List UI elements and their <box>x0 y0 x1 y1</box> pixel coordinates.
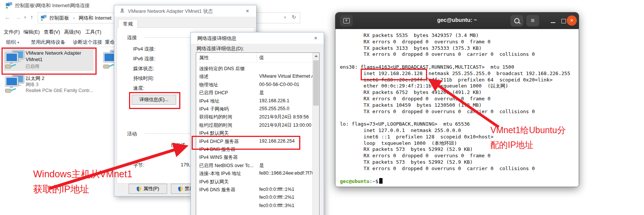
menu-button[interactable]: ≡ <box>526 15 539 26</box>
forward-arrow-icon[interactable]: → <box>15 14 21 21</box>
nav-history-chevron-icon[interactable]: ∨ <box>24 15 26 19</box>
explorer-title: 控制面板\网络和 Internet\网络连接 <box>15 2 90 9</box>
terminal-titlebar[interactable]: + gec@ubuntu: ~ ≡ × <box>335 12 579 29</box>
details-row-value: VMware Virtual Ethernet Adapter for <box>259 74 312 79</box>
terminal-line: RX errors 0 dropped 0 overruns 0 frame 0 <box>340 153 570 159</box>
details-row[interactable]: IPv4 默认网关 <box>196 130 309 138</box>
details-dialog-title: 网络连接详细信息 <box>197 35 237 42</box>
status-dialog-titlebar[interactable]: VMware Network Adapter VMnet1 状态 × <box>114 5 256 17</box>
terminal-line: ether 00:0c:29:4f:21:1b txqueuelen 1000 … <box>340 83 570 89</box>
details-list: 属性 值 连接特定的 DNS 后缀描述VMware Virtual Ethern… <box>196 52 320 215</box>
details-row-property: 租约过期的时间 <box>199 122 257 129</box>
details-row[interactable]: 物理地址00-50-56-C0-00-01 <box>196 82 309 90</box>
details-row[interactable]: fec0:0:0:ffff::2%1 <box>196 195 309 203</box>
details-row[interactable]: IPv4 DNS 服务器 <box>196 146 309 154</box>
adapter-vmnet1-name-line2[interactable]: VMnet1 <box>26 57 43 62</box>
annotation-left-line1: Windows主机从VMnet1 <box>33 168 132 180</box>
terminal-line: ens38: flags=4163<UP,BROADCAST,RUNNING,M… <box>340 64 570 71</box>
menu-edit[interactable]: 编辑(E) <box>23 29 40 35</box>
details-row[interactable]: IPv6 默认网关 <box>196 179 309 187</box>
column-property[interactable]: 属性 <box>199 55 209 61</box>
terminal-line: RX errors 0 dropped 0 overruns 0 frame 0 <box>340 39 570 45</box>
terminal-line: TX errors 0 dropped 0 overruns 0 carrier… <box>340 166 570 172</box>
refresh-icon[interactable]: ↻ <box>292 14 296 20</box>
status-dialog-close-icon[interactable]: × <box>242 6 253 16</box>
details-row[interactable]: 连接-本地 IPv6 地址fe80::1966:24ee:ebdf:7f76%6 <box>196 170 309 178</box>
scrollbar-thumb[interactable] <box>313 60 319 106</box>
details-vertical-scrollbar[interactable] <box>312 53 319 215</box>
field-duration: 持续时间: <box>133 75 154 82</box>
menu-view[interactable]: 查看(V) <box>44 29 60 35</box>
details-list-header: 属性 值 <box>196 53 313 63</box>
scroll-up-icon[interactable] <box>315 55 318 57</box>
up-arrow-icon[interactable]: ↑ <box>30 14 33 21</box>
adapter-item-vmnet1[interactable] <box>5 49 26 69</box>
details-row-value: 2021年9月24日 8:59:56 <box>259 114 312 120</box>
menu-advanced[interactable]: 高级(N) <box>64 29 81 35</box>
toolbar-disable-device[interactable]: 禁用此网络设备 <box>31 39 65 46</box>
menu-file[interactable]: 文件(F) <box>4 29 20 35</box>
prompt-separator: : <box>369 178 372 184</box>
details-row-property: IPv4 默认网关 <box>199 130 257 137</box>
details-row-property: 已启用 DHCP <box>199 90 257 96</box>
adapter-item-ethernet2[interactable] <box>5 73 26 94</box>
details-row-value: fec0:0:0:ffff::1%1 <box>259 187 312 192</box>
details-button[interactable]: 详细信息(E)... <box>132 95 176 105</box>
toolbar-diagnose[interactable]: 诊断这个连接 <box>73 39 102 46</box>
details-row[interactable]: IPv4 DHCP 服务器192.168.226.254 <box>196 138 309 146</box>
breadcrumb-control-panel[interactable]: 控制面板 <box>49 15 69 21</box>
details-row[interactable]: IPv4 子网掩码255.255.255.0 <box>196 106 309 114</box>
details-row-property: 已启用 NetBIOS over Tc... <box>199 163 257 169</box>
search-button[interactable] <box>510 15 523 26</box>
details-dialog-close-icon[interactable]: × <box>310 33 321 43</box>
details-row[interactable]: 获得租约的时间2021年9月24日 8:59:56 <box>196 114 309 122</box>
adapter-ethernet2-network: 网络 3 <box>26 81 38 88</box>
details-row[interactable]: 连接特定的 DNS 后缀 <box>196 66 309 74</box>
back-arrow-icon[interactable]: ← <box>5 14 11 21</box>
terminal-line: inet6 fe80::20c:29ff:fe4f:211b prefixlen… <box>340 77 570 83</box>
details-row-property: 连接特定的 DNS 后缀 <box>199 66 257 72</box>
field-media-state: 媒体状态: <box>133 65 154 72</box>
terminal-window: + gec@ubuntu: ~ ≡ × RX packets 5535 byte… <box>335 12 579 187</box>
terminal-line: TX errors 0 dropped 0 overruns 0 carrier… <box>340 109 570 115</box>
menu-tools[interactable]: 工具(T) <box>85 29 101 35</box>
maximize-button[interactable] <box>561 19 566 23</box>
breadcrumb-network-internet[interactable]: 网络和 Internet <box>79 15 112 21</box>
field-ipv6-connectivity: IPv6 连接: <box>133 55 155 62</box>
prompt-path: ~ <box>372 178 375 184</box>
details-row[interactable]: 描述VMware Virtual Ethernet Adapter for <box>196 74 309 81</box>
details-row[interactable]: 租约过期的时间2021年9月24日 13:00:00 <box>196 122 309 130</box>
minimize-button[interactable] <box>551 22 555 23</box>
terminal-body[interactable]: RX packets 5535 bytes 3429357 (3.4 MB) R… <box>335 29 579 187</box>
details-row[interactable]: IPv4 WINS 服务器 <box>196 154 309 162</box>
details-row[interactable]: fec0:0:0:ffff::3%1 <box>196 203 309 211</box>
toolbar-organize[interactable]: 组织 ▾ <box>6 39 19 46</box>
properties-button[interactable]: 属性(P) <box>129 184 167 194</box>
terminal-cursor[interactable] <box>379 178 383 184</box>
prompt-symbol: $ <box>375 178 378 184</box>
details-row-value: 00-50-56-C0-00-01 <box>259 82 312 87</box>
annotation-right-line1: VMnet1给Ubuntu分 <box>490 124 566 136</box>
address-dropdown-chevron-icon[interactable]: ∨ <box>284 15 286 19</box>
column-divider[interactable] <box>257 54 257 62</box>
search-icon <box>514 18 520 23</box>
details-dialog-titlebar[interactable]: 网络连接详细信息 × <box>191 32 324 44</box>
adapter-ethernet2-name[interactable]: 以太网 2 <box>26 75 45 82</box>
annotation-left-line2: 获取的IP地址 <box>33 183 132 195</box>
details-row[interactable]: IPv6 DNS 服务器fec0:0:0:ffff::1%1 <box>196 187 309 195</box>
terminal-title: gec@ubuntu: ~ <box>335 17 579 23</box>
details-row-value: 是 <box>259 163 312 169</box>
details-row[interactable]: IPv4 地址192.168.226.1 <box>196 98 309 106</box>
terminal-line <box>340 115 570 121</box>
details-row-property: IPv4 DHCP 服务器 <box>199 138 257 145</box>
adapter-vmnet1-name-line1[interactable]: VMware Network Adapter <box>26 50 81 56</box>
terminal-line: RX errors 0 dropped 0 overruns 0 frame 0 <box>340 96 570 102</box>
terminal-prompt: gec@ubuntu:~$ <box>340 178 383 184</box>
terminal-line: TX errors 0 dropped 0 overruns 0 carrier… <box>340 51 570 58</box>
tab-general[interactable]: 常规 <box>118 19 138 28</box>
close-button[interactable]: × <box>567 15 577 26</box>
column-value[interactable]: 值 <box>259 55 264 61</box>
details-row[interactable]: 已启用 DHCP是 <box>196 90 309 98</box>
adapter-status-icon <box>120 8 125 14</box>
details-row[interactable]: 已启用 NetBIOS over Tc...是 <box>196 163 309 170</box>
